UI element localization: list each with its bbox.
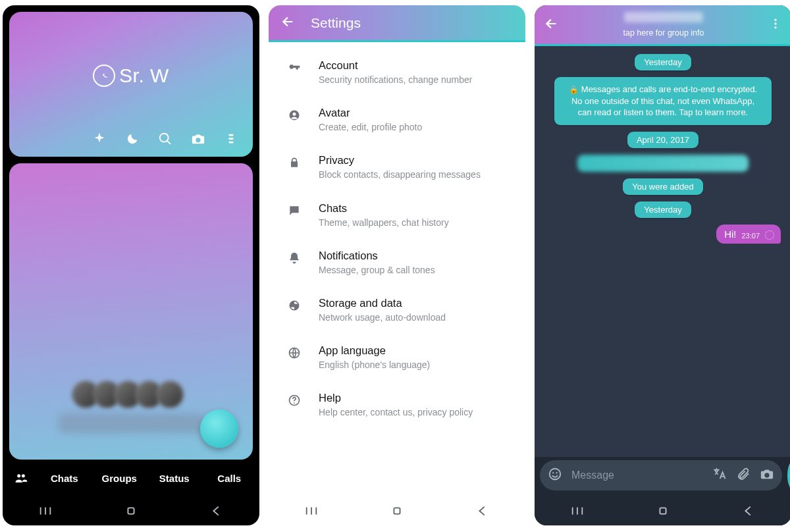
back-arrow-icon[interactable] bbox=[280, 14, 295, 32]
emoji-icon[interactable] bbox=[548, 467, 562, 484]
camera-icon[interactable] bbox=[760, 467, 774, 484]
key-icon bbox=[286, 59, 303, 86]
home-toolbar bbox=[9, 122, 253, 157]
svg-rect-3 bbox=[128, 508, 134, 514]
back-icon[interactable] bbox=[207, 502, 226, 520]
airplane-icon[interactable] bbox=[92, 132, 107, 146]
back-arrow-icon[interactable] bbox=[544, 16, 558, 34]
settings-item-privacy[interactable]: PrivacyBlock contacts, disappearing mess… bbox=[269, 144, 525, 191]
settings-header: Settings bbox=[269, 5, 525, 42]
settings-item-help[interactable]: HelpHelp center, contact us, privacy pol… bbox=[269, 381, 525, 429]
message-input[interactable] bbox=[571, 469, 703, 481]
back-icon[interactable] bbox=[739, 502, 758, 520]
bell-icon bbox=[286, 250, 303, 276]
system-navbar bbox=[269, 496, 525, 525]
outgoing-message[interactable]: Hi! 23:07 bbox=[716, 225, 781, 244]
moon-icon[interactable] bbox=[125, 132, 140, 146]
settings-title: Settings bbox=[311, 15, 361, 31]
home-icon[interactable] bbox=[654, 502, 672, 520]
date-pill[interactable]: Yesterday bbox=[635, 201, 691, 218]
system-navbar bbox=[3, 496, 259, 525]
app-logo: Sr. W bbox=[9, 65, 253, 87]
settings-item-title: Help bbox=[319, 392, 473, 404]
pending-tick-icon bbox=[765, 230, 774, 240]
svg-point-14 bbox=[556, 472, 558, 473]
settings-item-notifications[interactable]: NotificationsMessage, group & call tones bbox=[269, 239, 525, 286]
settings-item-chats[interactable]: ChatsTheme, wallpapers, chat history bbox=[269, 192, 525, 239]
settings-item-title: Avatar bbox=[319, 107, 422, 119]
tab-chats[interactable]: Chats bbox=[40, 473, 90, 484]
system-message-blurred bbox=[577, 155, 749, 172]
svg-point-13 bbox=[552, 472, 554, 473]
home-icon[interactable] bbox=[388, 502, 406, 520]
menu-icon[interactable] bbox=[224, 132, 238, 146]
svg-point-5 bbox=[293, 113, 296, 116]
chat-subtitle: tap here for group info bbox=[623, 28, 704, 38]
chat-title-area[interactable]: tap here for group info bbox=[567, 12, 760, 38]
message-field-container[interactable] bbox=[540, 460, 782, 491]
tab-status[interactable]: Status bbox=[149, 473, 199, 484]
settings-item-title: Chats bbox=[319, 202, 449, 215]
new-chat-fab[interactable] bbox=[200, 410, 238, 448]
chat-header[interactable]: tap here for group info bbox=[535, 5, 790, 46]
settings-item-title: Privacy bbox=[319, 154, 481, 167]
settings-item-account[interactable]: AccountSecurity notifications, change nu… bbox=[269, 49, 525, 96]
back-icon[interactable] bbox=[473, 502, 492, 520]
settings-item-subtitle: Theme, wallpapers, chat history bbox=[319, 217, 449, 228]
translate-icon[interactable] bbox=[712, 467, 727, 484]
recents-icon[interactable] bbox=[302, 502, 321, 520]
home-icon[interactable] bbox=[122, 502, 140, 520]
settings-item-subtitle: Security notifications, change number bbox=[319, 74, 472, 86]
date-pill[interactable]: April 20, 2017 bbox=[627, 132, 698, 148]
svg-rect-1 bbox=[228, 138, 233, 140]
chat-body: Yesterday 🔒Messages and calls are end-to… bbox=[535, 46, 790, 457]
mic-button[interactable] bbox=[787, 460, 790, 491]
svg-rect-15 bbox=[660, 508, 666, 514]
settings-item-subtitle: Help center, contact us, privacy policy bbox=[319, 406, 473, 418]
more-icon[interactable] bbox=[769, 17, 782, 33]
recents-icon[interactable] bbox=[36, 502, 55, 520]
home-header-card: Sr. W bbox=[9, 12, 253, 157]
settings-item-avatar[interactable]: AvatarCreate, edit, profile photo bbox=[269, 96, 525, 144]
chat-input-bar bbox=[540, 460, 786, 491]
settings-item-title: Storage and data bbox=[319, 297, 446, 309]
attach-icon[interactable] bbox=[736, 467, 750, 484]
recent-avatars bbox=[78, 381, 184, 408]
camera-icon[interactable] bbox=[191, 132, 205, 146]
svg-point-9 bbox=[774, 18, 776, 20]
globe-icon bbox=[286, 344, 303, 371]
avatar-icon bbox=[286, 107, 303, 133]
settings-item-subtitle: English (phone's language) bbox=[319, 359, 430, 371]
settings-item-title: App language bbox=[319, 344, 430, 357]
message-time: 23:07 bbox=[741, 232, 760, 240]
tab-groups[interactable]: Groups bbox=[95, 473, 145, 484]
svg-point-10 bbox=[774, 22, 776, 24]
lock-icon bbox=[286, 154, 303, 180]
svg-point-11 bbox=[774, 26, 776, 28]
whatsapp-icon bbox=[93, 65, 115, 87]
system-message-added[interactable]: You were added bbox=[623, 178, 703, 195]
settings-item-title: Account bbox=[319, 59, 472, 72]
settings-item-storage[interactable]: Storage and dataNetwork usage, auto-down… bbox=[269, 286, 525, 334]
message-text: Hi! bbox=[724, 228, 736, 240]
chat-screen: tap here for group info Yesterday 🔒Messa… bbox=[535, 5, 790, 525]
settings-item-title: Notifications bbox=[319, 250, 435, 262]
system-navbar bbox=[535, 496, 790, 525]
community-icon[interactable] bbox=[8, 471, 34, 485]
app-name: Sr. W bbox=[119, 65, 169, 87]
date-pill[interactable]: Yesterday bbox=[635, 54, 691, 70]
settings-item-subtitle: Create, edit, profile photo bbox=[319, 121, 422, 133]
encryption-notice[interactable]: 🔒Messages and calls are end-to-end encry… bbox=[554, 77, 772, 125]
svg-rect-2 bbox=[228, 142, 233, 144]
chat-title-blurred bbox=[624, 12, 703, 22]
svg-rect-8 bbox=[394, 508, 400, 514]
lock-icon: 🔒 bbox=[569, 84, 579, 95]
recents-icon[interactable] bbox=[568, 502, 587, 520]
settings-item-subtitle: Message, group & call tones bbox=[319, 264, 435, 276]
svg-rect-0 bbox=[228, 134, 233, 136]
help-icon bbox=[286, 392, 303, 418]
settings-item-language[interactable]: App languageEnglish (phone's language) bbox=[269, 334, 525, 381]
settings-item-subtitle: Block contacts, disappearing messages bbox=[319, 169, 481, 180]
tab-calls[interactable]: Calls bbox=[205, 473, 255, 484]
search-icon[interactable] bbox=[158, 132, 172, 146]
